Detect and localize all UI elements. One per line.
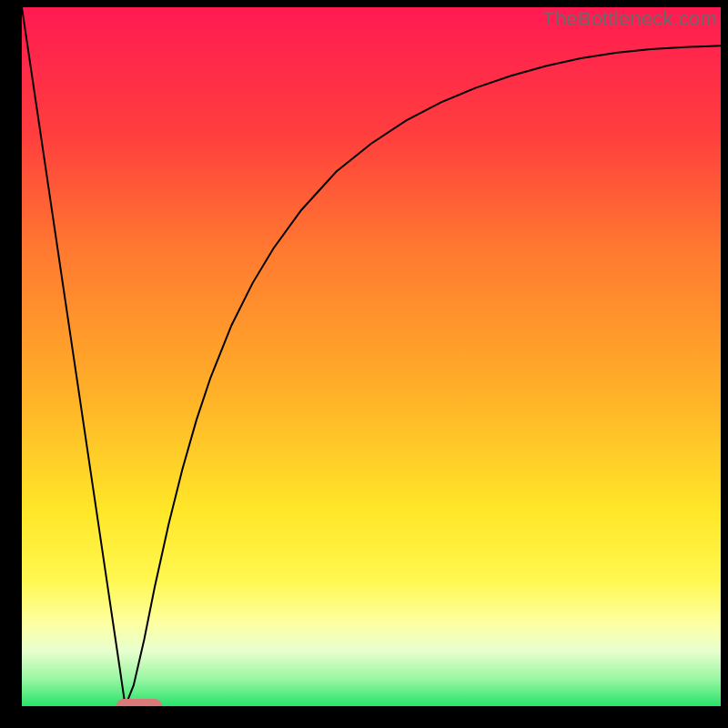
optimal-range-marker	[116, 699, 161, 706]
curve-layer	[22, 7, 721, 706]
plot-area	[22, 7, 721, 706]
watermark: TheBottleneck.com	[542, 7, 717, 31]
bottleneck-curve	[22, 7, 721, 706]
chart-frame: TheBottleneck.com	[0, 0, 728, 728]
